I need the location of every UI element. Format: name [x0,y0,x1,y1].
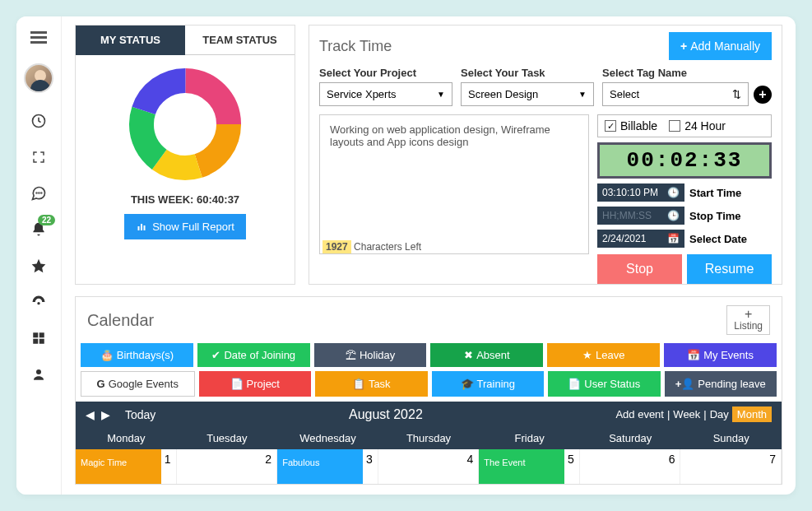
filter-pending-leave[interactable]: +👤 Pending leave [665,371,777,397]
day-number: 3 [366,453,373,466]
left-sidebar: 22 [16,16,62,495]
filter-date-of-joining[interactable]: ✔ Date of Joining [197,343,310,367]
filter-absent[interactable]: ✖ Absent [430,343,543,367]
tab-my-status[interactable]: MY STATUS [76,26,185,55]
task-select[interactable]: Screen Design▼ [461,82,594,106]
filter-icon: ⛱ [346,349,356,361]
day-cell[interactable]: 2 [177,449,278,484]
svg-point-2 [39,193,39,193]
event-chip[interactable]: Fabulous [277,449,363,484]
filter-icon: 📄 [230,378,244,390]
add-event-link[interactable]: Add event [615,408,664,420]
notification-badge: 22 [38,215,55,225]
next-icon[interactable]: ▶ [101,408,110,421]
dashboard-icon[interactable] [30,294,47,310]
description-textarea[interactable]: Working on web application design, Wiref… [319,114,589,254]
start-time-row: 03:10:10 PM🕒 Start Time [597,183,772,202]
add-manually-button[interactable]: + Add Manually [669,32,772,60]
stop-button[interactable]: Stop [597,254,682,284]
chars-left: 1927 Characters Left [319,239,589,254]
project-select[interactable]: Service Xperts▼ [319,82,452,106]
filter-task[interactable]: 📋 Task [315,371,428,397]
filter-label: Birthdays(s) [117,349,174,361]
filter-label: My Events [703,349,754,361]
tab-team-status[interactable]: TEAM STATUS [185,26,295,55]
clock-icon[interactable] [30,113,47,129]
status-tabs: MY STATUS TEAM STATUS [76,26,295,55]
day-cell[interactable]: 4 [378,449,480,484]
task-label: Select Your Task [461,67,594,79]
calendar-panel: Calendar + Listing 🎂 Birthdays(s)✔ Date … [75,296,782,485]
this-week-label: THIS WEEK: 60:40:37 [76,193,295,206]
tag-select-group: Select Tag Name Select⇅ + [602,67,772,106]
add-tag-button[interactable]: + [754,86,772,104]
calendar-days-row: 1Magic Time23Fabulous45The Event67 [76,449,782,484]
week-view[interactable]: Week [673,408,700,420]
listing-label: Listing [734,320,763,332]
filter-icon: 📅 [687,349,700,361]
svg-rect-15 [138,226,140,230]
filter-project[interactable]: 📄 Project [199,371,312,397]
apps-icon[interactable] [30,330,47,346]
event-chip[interactable]: Magic Time [76,449,161,484]
event-chip[interactable]: The Event [479,449,564,484]
filter-leave[interactable]: ★ Leave [547,343,660,367]
day-cell[interactable]: 1Magic Time [76,449,177,484]
svg-point-1 [36,193,37,193]
user-icon[interactable] [30,366,47,383]
day-cell[interactable]: 3Fabulous [277,449,378,484]
day-cell[interactable]: 5The Event [479,449,580,484]
filter-my-events[interactable]: 📅 My Events [664,343,777,367]
filter-label: User Status [584,378,640,390]
filter-icon: G [97,378,105,390]
project-label: Select Your Project [319,67,452,79]
day-number: 1 [165,453,171,466]
listing-button[interactable]: + Listing [726,305,770,335]
view-switcher: Add event | Week | Day Month [615,406,772,422]
svg-point-4 [37,302,39,304]
resume-button[interactable]: Resume [687,254,772,284]
calendar-nav: ◀ ▶ Today August 2022 Add event | Week |… [76,402,782,427]
app-frame: 22 MY STATUS TEAM STATUS [16,16,796,495]
month-view[interactable]: Month [732,406,772,422]
show-full-report-button[interactable]: Show Full Report [124,214,246,239]
billable-label: Billable [620,119,657,132]
filter-birthdays-s-[interactable]: 🎂 Birthdays(s) [81,343,193,367]
menu-icon[interactable] [30,31,47,44]
task-value: Screen Design [468,88,538,100]
date-label: Select Date [689,233,747,245]
date-input[interactable]: 2/24/2021📅 [597,230,684,248]
dow-tuesday: Tuesday [177,427,278,449]
track-header: Track Time + Add Manually [309,26,782,67]
filter-google-events[interactable]: G Google Events [81,371,195,397]
chat-icon[interactable] [30,185,47,202]
notifications-icon[interactable]: 22 [30,221,47,238]
billable-checkbox[interactable]: ✓Billable [605,119,657,132]
filter-user-status[interactable]: 📄 User Status [548,371,661,397]
track-title: Track Time [319,38,392,55]
prev-icon[interactable]: ◀ [86,408,95,421]
show-report-label: Show Full Report [152,221,234,233]
filter-holiday[interactable]: ⛱ Holiday [314,343,427,367]
24hour-checkbox[interactable]: 24 Hour [669,119,726,132]
dow-friday: Friday [479,427,580,449]
star-icon[interactable] [30,258,47,274]
dow-sunday: Sunday [680,427,782,449]
start-time-input[interactable]: 03:10:10 PM🕒 [597,183,684,202]
day-of-week-row: MondayTuesdayWednesdayThursdayFridaySatu… [76,427,782,449]
fullscreen-icon[interactable] [30,149,47,165]
filter-label: Task [369,378,391,390]
filter-icon: 📋 [352,378,365,390]
day-view[interactable]: Day [710,408,729,420]
filter-label: Date of Joining [224,349,295,361]
day-cell[interactable]: 7 [680,449,782,484]
tag-select[interactable]: Select⇅ [602,82,749,106]
filter-label: Google Events [109,378,179,390]
clock-icon: 🕒 [667,187,680,198]
day-cell[interactable]: 6 [580,449,681,484]
user-avatar[interactable] [24,63,53,93]
stop-time-input[interactable]: HH;MM:SS🕒 [597,207,684,225]
filter-training[interactable]: 🎓 Training [432,371,545,397]
today-button[interactable]: Today [125,408,155,421]
track-time-panel: Track Time + Add Manually Select Your Pr… [309,25,782,285]
